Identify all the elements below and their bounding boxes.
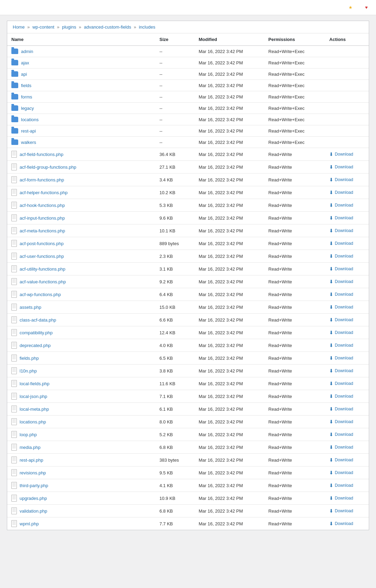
file-name-cell: acf-field-group-functions.php: [7, 161, 155, 174]
download-button[interactable]: ⬇ Download: [329, 381, 365, 386]
file-name-cell: revisions.php: [7, 466, 155, 479]
folder-link[interactable]: ajax: [11, 60, 151, 65]
breadcrumb-includes[interactable]: includes: [139, 24, 155, 30]
file-name-text: upgrades.php: [20, 496, 47, 501]
folder-link[interactable]: rest-api: [11, 128, 151, 134]
file-link[interactable]: compatibility.php: [11, 329, 151, 336]
download-button[interactable]: ⬇ Download: [329, 151, 365, 157]
file-link[interactable]: acf-wp-functions.php: [11, 291, 151, 298]
download-button[interactable]: ⬇ Download: [329, 444, 365, 450]
folder-link[interactable]: fields: [11, 83, 151, 88]
file-link[interactable]: local-fields.php: [11, 380, 151, 387]
download-button[interactable]: ⬇ Download: [329, 228, 365, 233]
file-link[interactable]: l10n.php: [11, 367, 151, 374]
download-button[interactable]: ⬇ Download: [329, 215, 365, 221]
download-label: Download: [335, 508, 353, 513]
download-button[interactable]: ⬇ Download: [329, 266, 365, 272]
file-link[interactable]: locations.php: [11, 418, 151, 425]
file-link[interactable]: validation.php: [11, 507, 151, 514]
file-permissions: Read+Write: [264, 454, 325, 466]
download-button[interactable]: ⬇ Download: [329, 419, 365, 424]
download-button[interactable]: ⬇ Download: [329, 202, 365, 208]
file-link[interactable]: acf-form-functions.php: [11, 176, 151, 183]
file-actions: ⬇ Download: [325, 517, 369, 530]
download-button[interactable]: ⬇ Download: [329, 432, 365, 437]
file-link[interactable]: deprecated.php: [11, 342, 151, 349]
download-button[interactable]: ⬇ Download: [329, 317, 365, 323]
table-row: third-party.php 4.1 KB Mar 16, 2022 3:42…: [7, 479, 369, 492]
file-doc-icon: [11, 456, 17, 463]
download-button[interactable]: ⬇ Download: [329, 253, 365, 259]
download-button[interactable]: ⬇ Download: [329, 393, 365, 399]
folder-modified: Mar 16, 2022 3:42 PM: [194, 103, 264, 114]
download-button[interactable]: ⬇ Download: [329, 355, 365, 361]
download-button[interactable]: ⬇ Download: [329, 164, 365, 170]
file-link[interactable]: acf-utility-functions.php: [11, 265, 151, 272]
download-button[interactable]: ⬇ Download: [329, 406, 365, 412]
breadcrumb-acf[interactable]: advanced-custom-fields: [84, 24, 131, 30]
table-row: acf-field-group-functions.php 27.1 KB Ma…: [7, 161, 369, 174]
download-button[interactable]: ⬇ Download: [329, 343, 365, 348]
download-button[interactable]: ⬇ Download: [329, 457, 365, 463]
folder-name-text: api: [21, 72, 27, 77]
file-link[interactable]: fields.php: [11, 355, 151, 361]
folder-link[interactable]: forms: [11, 94, 151, 99]
file-link[interactable]: acf-helper-functions.php: [11, 189, 151, 196]
folder-actions: [325, 69, 369, 80]
file-link[interactable]: acf-hook-functions.php: [11, 202, 151, 209]
file-link[interactable]: acf-value-functions.php: [11, 278, 151, 285]
download-button[interactable]: ⬇ Download: [329, 279, 365, 284]
download-button[interactable]: ⬇ Download: [329, 177, 365, 182]
download-button[interactable]: ⬇ Download: [329, 330, 365, 335]
file-link[interactable]: local-json.php: [11, 393, 151, 400]
download-button[interactable]: ⬇ Download: [329, 470, 365, 475]
file-link[interactable]: acf-post-functions.php: [11, 240, 151, 247]
download-button[interactable]: ⬇ Download: [329, 521, 365, 526]
download-label: Download: [335, 343, 353, 348]
file-name-cell: acf-input-functions.php: [7, 212, 155, 224]
folder-permissions: Read+Write+Exec: [264, 46, 325, 57]
folder-link[interactable]: admin: [11, 49, 151, 54]
file-doc-icon: [11, 431, 17, 438]
file-link[interactable]: acf-field-functions.php: [11, 151, 151, 158]
download-button[interactable]: ⬇ Download: [329, 190, 365, 195]
file-link[interactable]: rest-api.php: [11, 456, 151, 463]
folder-link[interactable]: locations: [11, 117, 151, 122]
file-link[interactable]: acf-user-functions.php: [11, 253, 151, 260]
file-doc-icon: [11, 316, 17, 323]
breadcrumb-home[interactable]: Home: [13, 24, 25, 30]
file-link[interactable]: loop.php: [11, 431, 151, 438]
file-link[interactable]: acf-field-group-functions.php: [11, 164, 151, 170]
file-link[interactable]: assets.php: [11, 304, 151, 311]
file-modified: Mar 16, 2022 3:42 PM: [194, 237, 264, 250]
breadcrumb-wp-content[interactable]: wp-content: [32, 24, 54, 30]
download-button[interactable]: ⬇ Download: [329, 241, 365, 246]
file-link[interactable]: acf-input-functions.php: [11, 214, 151, 221]
file-size: 9.6 KB: [155, 212, 195, 224]
file-link[interactable]: wpml.php: [11, 520, 151, 527]
folder-name-cell: legacy: [7, 103, 155, 114]
file-size: 4.1 KB: [155, 479, 195, 492]
download-label: Download: [335, 241, 353, 246]
breadcrumb-plugins[interactable]: plugins: [62, 24, 76, 30]
download-button[interactable]: ⬇ Download: [329, 495, 365, 501]
folder-link[interactable]: legacy: [11, 105, 151, 111]
download-button[interactable]: ⬇ Download: [329, 483, 365, 488]
table-row: local-json.php 7.1 KB Mar 16, 2022 3:42 …: [7, 390, 369, 403]
donate-link[interactable]: ♥: [365, 5, 369, 10]
file-link[interactable]: local-meta.php: [11, 406, 151, 412]
file-link[interactable]: third-party.php: [11, 482, 151, 489]
file-link[interactable]: acf-meta-functions.php: [11, 227, 151, 234]
folder-link[interactable]: api: [11, 71, 151, 77]
download-button[interactable]: ⬇ Download: [329, 304, 365, 310]
download-button[interactable]: ⬇ Download: [329, 292, 365, 297]
file-link[interactable]: upgrades.php: [11, 495, 151, 502]
file-link[interactable]: class-acf-data.php: [11, 316, 151, 323]
file-link[interactable]: media.php: [11, 444, 151, 451]
download-icon: ⬇: [329, 228, 333, 233]
folder-link[interactable]: walkers: [11, 139, 151, 145]
file-link[interactable]: revisions.php: [11, 469, 151, 476]
download-button[interactable]: ⬇ Download: [329, 508, 365, 514]
download-button[interactable]: ⬇ Download: [329, 368, 365, 374]
review-link[interactable]: ★: [348, 5, 354, 10]
